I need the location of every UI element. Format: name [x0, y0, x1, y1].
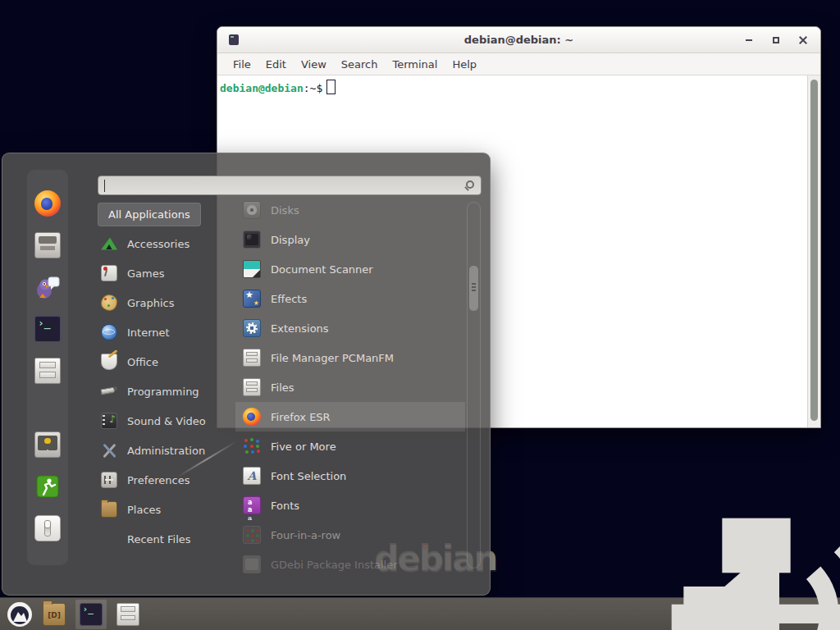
- app-item-five-or-more[interactable]: Five or More: [235, 431, 465, 461]
- desktop-folder-button[interactable]: [43, 603, 66, 626]
- category-all-applications[interactable]: All Applications: [98, 203, 201, 226]
- app-item-display[interactable]: Display: [235, 225, 465, 254]
- menubar-item-terminal[interactable]: Terminal: [385, 56, 445, 73]
- prompt-path: :~$: [304, 82, 322, 94]
- terminal-icon: [80, 603, 103, 626]
- category-label: Programming: [127, 386, 199, 398]
- document-scanner-icon: [243, 260, 261, 278]
- application-list: DisksDisplayDocument ScannerEffectsExten…: [235, 195, 465, 581]
- font-selection-icon: [243, 467, 261, 485]
- category-office[interactable]: Office: [98, 347, 235, 377]
- close-icon: [799, 36, 807, 44]
- category-label: Graphics: [127, 297, 174, 309]
- cabinet-icon: [34, 358, 61, 384]
- firefox-icon: [243, 408, 261, 426]
- category-icon-spacer: [101, 531, 117, 547]
- category-administration[interactable]: Administration: [98, 436, 235, 465]
- taskbar-tray: 01:06: [749, 608, 833, 621]
- app-item-document-scanner[interactable]: Document Scanner: [235, 254, 465, 284]
- app-item-file-manager-pcmanfm[interactable]: File Manager PCManFM: [235, 343, 465, 372]
- menu-scrollbar-handle[interactable]: [469, 266, 478, 311]
- places-icon: [101, 501, 117, 518]
- cabinet-icon: [243, 378, 261, 396]
- app-item-label: Effects: [271, 293, 307, 305]
- terminal-scrollbar-handle[interactable]: [810, 80, 818, 421]
- menu-scrollbar[interactable]: [467, 202, 481, 568]
- app-item-label: Disks: [271, 204, 299, 217]
- favorite-terminal[interactable]: [34, 316, 61, 342]
- fonts-icon: [243, 496, 261, 514]
- category-programming[interactable]: Programming: [98, 377, 235, 406]
- menu-button[interactable]: [7, 601, 33, 628]
- app-item-four-in-a-row[interactable]: Four-in-a-row: [235, 520, 465, 550]
- app-item-disks[interactable]: Disks: [235, 195, 465, 225]
- display-icon: [243, 231, 261, 249]
- terminal-scrollbar[interactable]: [807, 75, 820, 427]
- menubar-item-view[interactable]: View: [294, 56, 334, 73]
- category-list: All ApplicationsAccessoriesGamesGraphics…: [98, 203, 235, 554]
- favorite-file-manager[interactable]: [34, 358, 61, 384]
- terminal-titlebar[interactable]: debian@debian: ~: [217, 27, 820, 53]
- favorite-screensaver[interactable]: [34, 431, 61, 458]
- search-icon: [466, 180, 474, 189]
- app-item-font-selection[interactable]: Font Selection: [235, 461, 465, 491]
- category-places[interactable]: Places: [98, 495, 235, 524]
- category-sound-and-video[interactable]: Sound & Video: [98, 406, 235, 436]
- firefox-icon: [34, 190, 61, 217]
- maximize-button[interactable]: [769, 33, 783, 48]
- app-item-effects[interactable]: Effects: [235, 284, 465, 313]
- disks-icon: [243, 201, 261, 219]
- taskbar: 01:06: [0, 597, 840, 630]
- sound-video-icon: [101, 413, 117, 429]
- close-button[interactable]: [796, 33, 810, 48]
- category-recent-files[interactable]: Recent Files: [98, 524, 235, 554]
- menu-search-box[interactable]: [98, 176, 482, 195]
- volume-icon: [656, 504, 840, 630]
- app-item-gdebi-package-installer[interactable]: GDebi Package Installer: [235, 550, 465, 579]
- favorite-shutdown[interactable]: [34, 515, 61, 541]
- category-label: Internet: [127, 326, 170, 339]
- app-item-firefox-esr[interactable]: Firefox ESR: [235, 402, 465, 431]
- prompt-user: debian@debian: [220, 82, 304, 94]
- internet-icon: [101, 324, 117, 340]
- favorite-logout[interactable]: [34, 473, 61, 500]
- menubar-item-help[interactable]: Help: [445, 56, 484, 73]
- category-graphics[interactable]: Graphics: [98, 288, 235, 317]
- app-item-fonts[interactable]: Fonts: [235, 491, 465, 520]
- app-item-files[interactable]: Files: [235, 372, 465, 402]
- effects-icon: [243, 290, 261, 308]
- menu-search-input[interactable]: [98, 176, 481, 194]
- category-internet[interactable]: Internet: [98, 317, 235, 347]
- app-item-label: Document Scanner: [271, 263, 373, 276]
- tray-volume[interactable]: [772, 608, 788, 621]
- menubar-item-file[interactable]: File: [226, 56, 258, 73]
- file-manager-button[interactable]: [116, 603, 139, 626]
- terminal-window-title: debian@debian: ~: [464, 34, 573, 46]
- favorite-software-manager[interactable]: [34, 232, 61, 258]
- category-label: Games: [127, 267, 164, 280]
- minimize-button[interactable]: [742, 33, 756, 48]
- favorite-firefox[interactable]: [34, 190, 61, 217]
- app-item-label: Four-in-a-row: [271, 529, 340, 541]
- folder-d-icon: [43, 603, 66, 626]
- menubar-item-search[interactable]: Search: [334, 56, 386, 73]
- tray-icons: [749, 608, 788, 621]
- category-games[interactable]: Games: [98, 258, 235, 288]
- screensaver-icon: [34, 431, 61, 458]
- app-item-label: Fonts: [271, 500, 299, 512]
- favorites-rail: [27, 170, 68, 565]
- app-item-extensions[interactable]: Extensions: [235, 313, 465, 343]
- favorite-pidgin[interactable]: [34, 274, 61, 300]
- category-label: Places: [127, 504, 161, 516]
- category-preferences[interactable]: Preferences: [98, 465, 235, 495]
- pidgin-icon: [34, 274, 61, 300]
- category-accessories[interactable]: Accessories: [98, 229, 235, 258]
- text-caret: [104, 180, 105, 192]
- terminal-menubar: FileEditViewSearchTerminalHelp: [217, 53, 820, 75]
- desktop: debian debian@debian: ~ FileEditViewSear…: [0, 0, 840, 630]
- menubar-item-edit[interactable]: Edit: [258, 56, 294, 73]
- window-controls: [742, 27, 810, 52]
- app-item-label: File Manager PCManFM: [271, 352, 394, 364]
- terminal-prompt: debian@debian:~$: [220, 80, 336, 94]
- terminal-window-button[interactable]: [75, 600, 107, 629]
